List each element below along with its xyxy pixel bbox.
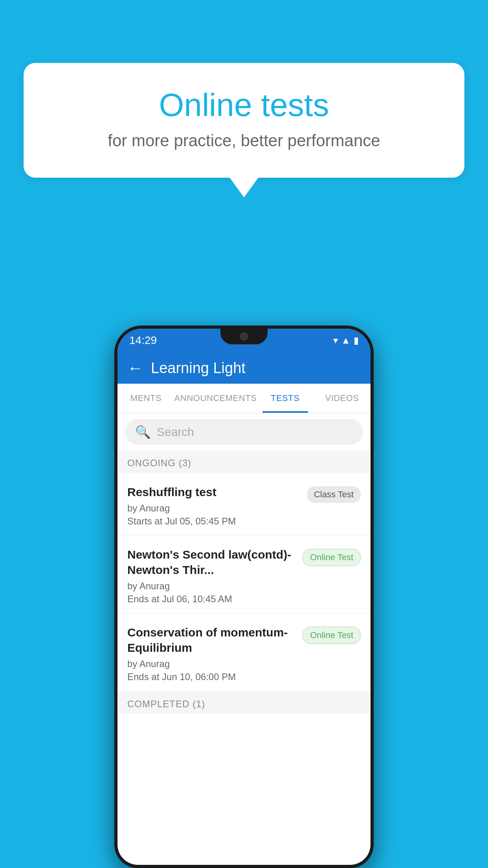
ongoing-label: ONGOING (3) bbox=[127, 458, 191, 468]
tab-announcements[interactable]: ANNOUNCEMENTS bbox=[174, 384, 257, 413]
test-date-1: Starts at Jul 05, 05:45 PM bbox=[127, 516, 301, 527]
test-name-3: Conservation of momentum-Equilibrium bbox=[127, 625, 297, 655]
test-info-2: Newton's Second law(contd)-Newton's Thir… bbox=[127, 547, 297, 605]
test-badge-3: Online Test bbox=[303, 627, 361, 644]
back-button[interactable]: ← bbox=[127, 359, 143, 377]
test-badge-1: Class Test bbox=[307, 486, 361, 503]
tab-videos[interactable]: VIDEOS bbox=[314, 384, 371, 413]
app-header: ← Learning Light bbox=[117, 352, 371, 384]
test-list: Reshuffling test by Anurag Starts at Jul… bbox=[117, 473, 371, 691]
bubble-title: Online tests bbox=[55, 86, 433, 123]
status-time: 14:29 bbox=[129, 334, 157, 347]
test-date-3: Ends at Jun 10, 06:00 PM bbox=[127, 671, 297, 682]
completed-label: COMPLETED (1) bbox=[127, 699, 205, 709]
phone-mockup: 14:29 ▾ ▲ ▮ ← Learning Light MENTS ANNOU… bbox=[114, 326, 374, 868]
speech-bubble: Online tests for more practice, better p… bbox=[24, 63, 464, 178]
ongoing-section-header: ONGOING (3) bbox=[117, 451, 371, 473]
test-badge-2: Online Test bbox=[303, 549, 361, 566]
tabs-bar: MENTS ANNOUNCEMENTS TESTS VIDEOS bbox=[117, 384, 371, 413]
test-date-2: Ends at Jul 06, 10:45 AM bbox=[127, 594, 297, 605]
phone-notch bbox=[220, 329, 268, 344]
search-icon: 🔍 bbox=[135, 425, 151, 440]
test-name-2: Newton's Second law(contd)-Newton's Thir… bbox=[127, 547, 297, 577]
phone-screen-inner: 14:29 ▾ ▲ ▮ ← Learning Light MENTS ANNOU… bbox=[117, 329, 371, 865]
test-info-3: Conservation of momentum-Equilibrium by … bbox=[127, 625, 297, 682]
test-item-conservation[interactable]: Conservation of momentum-Equilibrium by … bbox=[117, 614, 371, 691]
completed-section-header: COMPLETED (1) bbox=[117, 691, 371, 714]
tab-ments[interactable]: MENTS bbox=[117, 384, 174, 413]
test-by-2: by Anurag bbox=[127, 581, 297, 592]
test-item-newton[interactable]: Newton's Second law(contd)-Newton's Thir… bbox=[117, 536, 371, 614]
speech-bubble-container: Online tests for more practice, better p… bbox=[24, 63, 464, 178]
test-by-1: by Anurag bbox=[127, 503, 301, 514]
app-title: Learning Light bbox=[151, 360, 246, 377]
signal-icon: ▲ bbox=[341, 335, 350, 346]
test-item-reshuffling[interactable]: Reshuffling test by Anurag Starts at Jul… bbox=[117, 473, 371, 536]
wifi-icon: ▾ bbox=[333, 335, 338, 346]
search-input[interactable]: Search bbox=[157, 425, 194, 439]
test-by-3: by Anurag bbox=[127, 658, 297, 669]
test-name-1: Reshuffling test bbox=[127, 484, 301, 500]
screen-content: 🔍 Search ONGOING (3) Reshuffling test by… bbox=[117, 413, 371, 865]
tab-tests[interactable]: TESTS bbox=[257, 384, 314, 413]
search-bar[interactable]: 🔍 Search bbox=[125, 419, 363, 445]
search-bar-container: 🔍 Search bbox=[117, 413, 371, 451]
front-camera bbox=[240, 333, 248, 340]
status-icons: ▾ ▲ ▮ bbox=[333, 335, 359, 346]
bubble-subtitle: for more practice, better performance bbox=[55, 131, 433, 150]
battery-icon: ▮ bbox=[354, 335, 359, 346]
test-info-1: Reshuffling test by Anurag Starts at Jul… bbox=[127, 484, 301, 527]
